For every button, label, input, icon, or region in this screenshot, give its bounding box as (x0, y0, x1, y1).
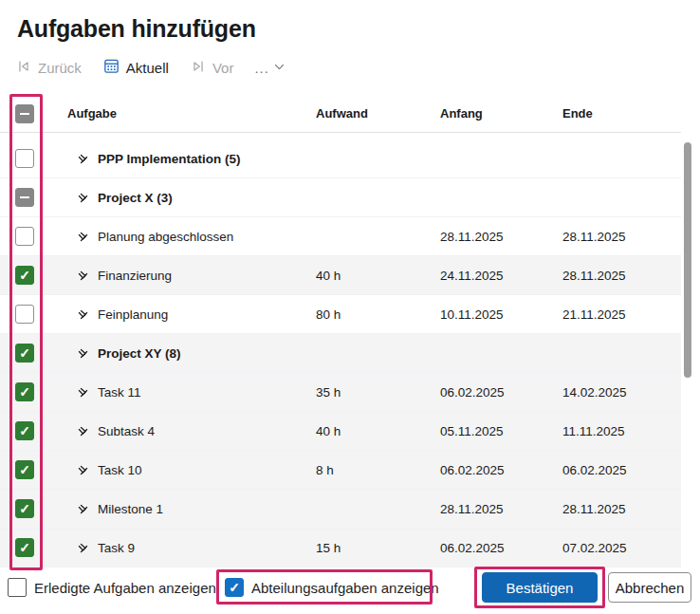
row-checkbox[interactable] (15, 227, 34, 246)
task-name: Planung abgeschlossen (98, 230, 233, 244)
table-row[interactable]: Project X (3) (0, 178, 681, 217)
chevron-down-icon[interactable] (76, 424, 89, 437)
task-ende: 06.02.2025 (562, 463, 681, 477)
chevron-down-icon[interactable] (76, 191, 89, 204)
show-completed-checkbox[interactable] (8, 578, 27, 597)
task-aufwand: 40 h (316, 269, 440, 283)
task-anfang: 06.02.2025 (440, 463, 562, 477)
task-name: Milestone 1 (98, 502, 163, 516)
chevron-down-icon[interactable] (76, 502, 89, 515)
chevron-down-icon[interactable] (76, 346, 89, 360)
row-checkbox[interactable]: ✓ (15, 460, 34, 479)
add-tasks-dialog: Aufgaben hinzufügen Zurück Aktuell Vor .… (0, 0, 700, 614)
task-anfang: 24.11.2025 (440, 269, 562, 283)
task-name: Task 10 (98, 463, 142, 477)
table-row[interactable]: ✓ Task 10 8 h 06.02.2025 06.02.2025 (0, 451, 681, 490)
page-title: Aufgaben hinzufügen (17, 15, 256, 43)
task-aufwand: 40 h (316, 424, 440, 438)
table-header: Aufgabe Aufwand Anfang Ende (0, 95, 681, 133)
row-checkbox[interactable] (15, 149, 34, 168)
task-name: Task 9 (98, 541, 135, 555)
task-aufwand: 35 h (316, 385, 440, 400)
table-row[interactable]: PPP Implementation (5) (0, 140, 681, 178)
today-button-label: Aktuell (126, 60, 169, 76)
task-name: PPP Implementation (5) (98, 152, 241, 166)
table-row[interactable]: ✓ Task 9 15 h 06.02.2025 07.02.2025 (0, 529, 681, 567)
overflow-menu-button[interactable]: ... (250, 58, 289, 78)
task-anfang: 28.11.2025 (440, 502, 562, 516)
forward-button[interactable]: Vor (186, 56, 238, 80)
task-aufwand: 15 h (316, 541, 440, 555)
task-ende: 28.11.2025 (562, 502, 681, 516)
row-checkbox[interactable]: ✓ (15, 344, 34, 363)
column-header-ende[interactable]: Ende (562, 106, 681, 121)
show-department-label[interactable]: Abteilungsaufgaben anzeigen (251, 580, 439, 596)
table-row[interactable]: Planung abgeschlossen 28.11.2025 28.11.2… (0, 217, 681, 256)
task-ende: 28.11.2025 (562, 269, 681, 283)
table-row[interactable]: ✓ Subtask 4 40 h 05.11.2025 11.11.2025 (0, 412, 681, 451)
table-row[interactable]: Feinplanung 80 h 10.11.2025 21.11.2025 (0, 295, 681, 334)
show-department-checkbox[interactable]: ✓ (225, 578, 244, 597)
next-icon (190, 58, 207, 78)
confirm-button[interactable]: Bestätigen (482, 572, 598, 603)
toolbar: Zurück Aktuell Vor ... (11, 55, 289, 80)
task-name: Subtask 4 (98, 424, 155, 438)
table-row[interactable]: ✓ Project XY (8) (0, 334, 681, 373)
column-header-aufgabe[interactable]: Aufgabe (53, 106, 316, 121)
task-anfang: 10.11.2025 (440, 307, 562, 322)
forward-button-label: Vor (212, 60, 234, 76)
task-anfang: 05.11.2025 (440, 424, 562, 438)
chevron-down-icon[interactable] (76, 541, 89, 554)
back-button[interactable]: Zurück (11, 56, 85, 80)
calendar-icon (102, 57, 120, 78)
show-completed-label[interactable]: Erledigte Aufgaben anzeigen (34, 580, 216, 596)
task-name: Task 11 (98, 385, 141, 400)
vertical-scrollbar (683, 140, 693, 569)
chevron-down-icon[interactable] (76, 463, 89, 476)
task-ende: 11.11.2025 (562, 424, 681, 438)
task-anfang: 06.02.2025 (440, 385, 562, 400)
chevron-down-icon[interactable] (76, 152, 89, 165)
table-body: PPP Implementation (5) Project X (3) (0, 140, 681, 567)
task-aufwand: 80 h (316, 307, 440, 322)
row-checkbox[interactable]: ✓ (15, 538, 34, 557)
row-checkbox[interactable]: ✓ (15, 499, 34, 518)
task-ende: 28.11.2025 (562, 230, 681, 244)
task-name: Project XY (8) (98, 346, 181, 361)
column-header-anfang[interactable]: Anfang (440, 106, 562, 121)
task-ende: 21.11.2025 (562, 307, 681, 322)
row-checkbox[interactable]: ✓ (15, 382, 34, 401)
chevron-down-icon (273, 60, 286, 76)
scrollbar-thumb[interactable] (684, 142, 691, 378)
row-checkbox[interactable] (15, 305, 34, 324)
task-anfang: 28.11.2025 (440, 230, 562, 244)
task-ende: 07.02.2025 (562, 541, 681, 555)
row-checkbox[interactable]: ✓ (15, 266, 34, 285)
task-ende: 14.02.2025 (562, 385, 681, 400)
ellipsis-icon: ... (254, 60, 269, 76)
task-name: Project X (3) (98, 191, 173, 205)
row-checkbox[interactable]: ✓ (15, 421, 34, 440)
today-button[interactable]: Aktuell (99, 55, 173, 80)
previous-icon (15, 58, 32, 78)
back-button-label: Zurück (38, 60, 82, 76)
cancel-button[interactable]: Abbrechen (608, 572, 691, 603)
row-checkbox[interactable] (15, 188, 34, 207)
chevron-down-icon[interactable] (76, 269, 89, 282)
task-name: Feinplanung (98, 307, 168, 322)
select-all-checkbox[interactable] (15, 104, 34, 123)
task-name: Finanzierung (98, 269, 172, 283)
chevron-down-icon[interactable] (76, 307, 89, 321)
table-row[interactable]: ✓ Finanzierung 40 h 24.11.2025 28.11.202… (0, 256, 681, 295)
chevron-down-icon[interactable] (76, 230, 89, 243)
chevron-down-icon[interactable] (76, 385, 89, 399)
task-aufwand: 8 h (316, 463, 440, 477)
table-row[interactable]: ✓ Task 11 35 h 06.02.2025 14.02.2025 (0, 373, 681, 412)
task-anfang: 06.02.2025 (440, 541, 562, 555)
column-header-aufwand[interactable]: Aufwand (316, 106, 440, 121)
table-row[interactable]: ✓ Milestone 1 28.11.2025 28.11.2025 (0, 490, 681, 529)
